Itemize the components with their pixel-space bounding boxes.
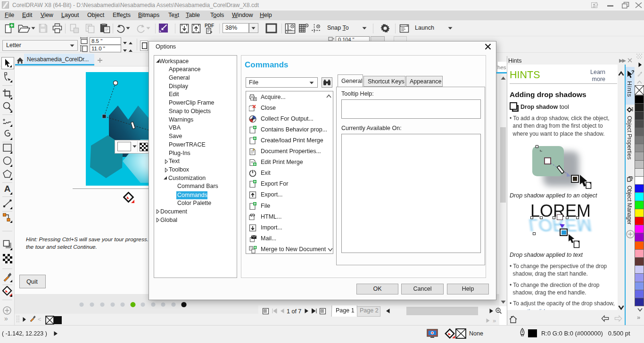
svg-text:?: ? — [631, 70, 634, 75]
svg-text:A: A — [4, 184, 11, 194]
